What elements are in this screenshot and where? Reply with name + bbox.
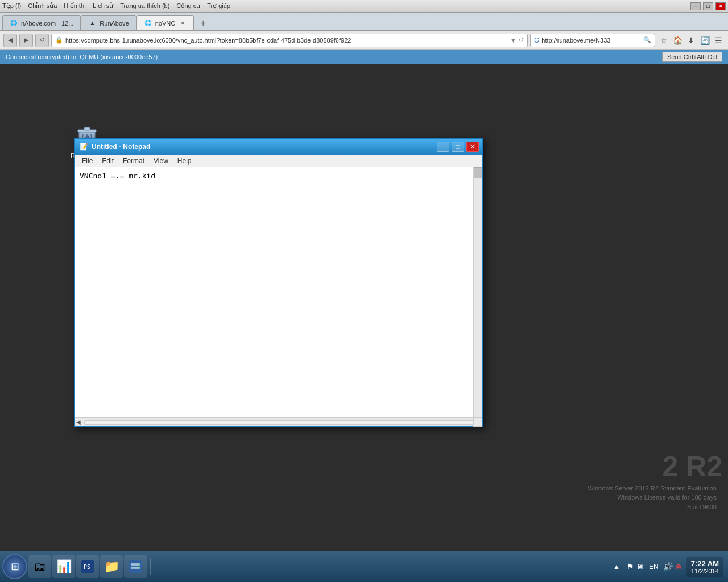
server-icon-svg bbox=[129, 560, 142, 573]
taskbar-icon-folder[interactable]: 📁 bbox=[100, 555, 123, 578]
tray-arrow-icon[interactable]: ▲ bbox=[611, 560, 622, 573]
refresh-icon[interactable]: ↺ bbox=[519, 36, 524, 44]
notepad-title-area: 📝 Untitled - Notepad bbox=[80, 143, 150, 151]
browser-frame: Tệp (f) Chỉnh sửa Hiển thị Lịch sử Trang… bbox=[0, 0, 728, 582]
notepad-menubar: File Edit Format View Help bbox=[75, 155, 482, 167]
desktop: ♻ Recycle Bin Windows Server 2012 R2 Sta… bbox=[0, 64, 728, 551]
back-button[interactable]: ◀ bbox=[3, 34, 17, 47]
tab-novnc-label: noVNC bbox=[155, 20, 175, 27]
notepad-icon: 📝 bbox=[80, 143, 88, 151]
tab-runabove[interactable]: ▲ RunAbove bbox=[81, 15, 136, 30]
tab-bar: 🌐 nAbove.com - 12... ▲ RunAbove 🌐 noVNC … bbox=[0, 13, 728, 31]
notepad-window: 📝 Untitled - Notepad ─ □ ✕ File Edit For… bbox=[74, 138, 483, 427]
close-button[interactable]: ✕ bbox=[715, 2, 726, 10]
scroll-left-icon[interactable]: ◀ bbox=[75, 419, 82, 425]
vnc-status-bar: Connected (encrypted) to: QEMU (instance… bbox=[0, 50, 728, 64]
menu-history[interactable]: Lịch sử bbox=[93, 2, 113, 10]
tab-nabove[interactable]: 🌐 nAbove.com - 12... bbox=[2, 15, 81, 30]
notepad-menu-view[interactable]: View bbox=[149, 156, 173, 166]
notepad-titlebar: 📝 Untitled - Notepad ─ □ ✕ bbox=[75, 139, 482, 155]
tab-novnc[interactable]: 🌐 noVNC ✕ bbox=[136, 15, 194, 30]
title-bar-menu: Tệp (f) Chỉnh sửa Hiển thị Lịch sử Trang… bbox=[2, 2, 230, 10]
notepad-minimize-btn[interactable]: ─ bbox=[437, 142, 449, 152]
menu-view[interactable]: Hiển thị bbox=[64, 2, 86, 10]
bookmark-icon[interactable]: ☆ bbox=[657, 34, 670, 47]
tab-novnc-close[interactable]: ✕ bbox=[179, 19, 187, 27]
home-icon[interactable]: 🏠 bbox=[671, 34, 684, 47]
tab-nabove-icon: 🌐 bbox=[10, 19, 18, 27]
notepad-textarea[interactable]: VNCno1 =.= mr.kid bbox=[77, 169, 480, 415]
send-ctrl-alt-del-button[interactable]: Send Ctrl+Alt+Del bbox=[662, 52, 722, 62]
notepad-menu-edit[interactable]: Edit bbox=[97, 156, 118, 166]
svg-text:PS: PS bbox=[84, 564, 90, 570]
svg-point-13 bbox=[138, 567, 139, 568]
address-dropdown-icon[interactable]: ▼ bbox=[510, 37, 516, 44]
flag-tray-icon[interactable]: ⚑ bbox=[627, 562, 634, 571]
server-watermark: Windows Server 2012 R2 Standard Evaluati… bbox=[588, 484, 717, 512]
settings-icon[interactable]: ☰ bbox=[712, 34, 725, 47]
error-tray-icon[interactable]: ⊗ bbox=[675, 562, 682, 571]
minimize-button[interactable]: ─ bbox=[690, 2, 701, 10]
forward-button[interactable]: ▶ bbox=[19, 34, 33, 47]
tab-runabove-label: RunAbove bbox=[100, 20, 129, 27]
refresh-button[interactable]: ↺ bbox=[35, 34, 49, 47]
title-bar: Tệp (f) Chỉnh sửa Hiển thị Lịch sử Trang… bbox=[0, 0, 728, 13]
address-bar: ◀ ▶ ↺ 🔒 ▼ ↺ G 🔍 ☆ 🏠 ⬇ 🔄 ☰ bbox=[0, 31, 728, 50]
taskbar-icon-server[interactable] bbox=[124, 555, 147, 578]
menu-tools[interactable]: Công cụ bbox=[176, 2, 200, 10]
notepad-menu-file[interactable]: File bbox=[77, 156, 97, 166]
svg-point-12 bbox=[138, 564, 139, 565]
clock-area[interactable]: 7:22 AM 11/2/2014 bbox=[686, 557, 723, 577]
notepad-scrollbar-v[interactable] bbox=[473, 167, 482, 417]
server-watermark-line2: Windows License valid for 180 days bbox=[588, 493, 717, 502]
network-tray-icon[interactable]: 🖥 bbox=[636, 562, 644, 571]
notepad-controls: ─ □ ✕ bbox=[437, 142, 479, 152]
r2-watermark: 2 R2 bbox=[662, 450, 722, 483]
taskbar-icon-powershell[interactable]: PS bbox=[76, 555, 99, 578]
language-button[interactable]: EN bbox=[647, 562, 661, 572]
clock-date: 11/2/2014 bbox=[691, 568, 719, 575]
new-tab-button[interactable]: + bbox=[196, 16, 210, 30]
start-button[interactable]: ⊞ bbox=[2, 554, 27, 579]
notepad-scrollbar-h[interactable]: ◀ ▶ bbox=[75, 417, 482, 426]
svg-rect-5 bbox=[84, 127, 90, 130]
notepad-menu-help[interactable]: Help bbox=[173, 156, 196, 166]
notepad-title-label: Untitled - Notepad bbox=[92, 143, 150, 151]
google-icon: G bbox=[534, 36, 539, 44]
taskbar: ⊞ 🗂 📊 PS 📁 ▲ ⚑ 🖥 EN bbox=[0, 551, 728, 582]
menu-favorites[interactable]: Trang ua thích (b) bbox=[120, 2, 169, 10]
search-input[interactable] bbox=[541, 37, 643, 44]
lock-icon: 🔒 bbox=[55, 36, 63, 44]
title-bar-controls: ─ □ ✕ bbox=[690, 2, 726, 10]
menu-file[interactable]: Tệp (f) bbox=[2, 2, 21, 10]
tab-runabove-icon: ▲ bbox=[88, 19, 96, 27]
address-input[interactable] bbox=[65, 37, 510, 44]
search-wrap: G 🔍 bbox=[530, 34, 655, 47]
clock-time: 7:22 AM bbox=[691, 559, 719, 568]
taskbar-right: ▲ ⚑ 🖥 EN 🔊 ⊗ 7:22 AM 11/2/2014 bbox=[606, 551, 728, 582]
download-icon[interactable]: ⬇ bbox=[685, 34, 697, 47]
notepad-menu-format[interactable]: Format bbox=[118, 156, 149, 166]
toolbar-icons: ☆ 🏠 ⬇ 🔄 ☰ bbox=[657, 34, 725, 47]
volume-tray-icon[interactable]: 🔊 bbox=[663, 562, 673, 571]
maximize-button[interactable]: □ bbox=[703, 2, 713, 10]
hscroll-track[interactable] bbox=[84, 420, 473, 425]
tab-nabove-label: nAbove.com - 12... bbox=[21, 20, 73, 27]
taskbar-icon-manager[interactable]: 📊 bbox=[52, 555, 75, 578]
sync-icon[interactable]: 🔄 bbox=[698, 34, 711, 47]
server-watermark-line1: Windows Server 2012 R2 Standard Evaluati… bbox=[588, 484, 717, 493]
notepad-maximize-btn[interactable]: □ bbox=[452, 142, 464, 152]
system-tray: ⚑ 🖥 EN 🔊 ⊗ bbox=[623, 562, 685, 572]
address-bar-wrap: 🔒 ▼ ↺ bbox=[51, 34, 528, 47]
taskbar-separator bbox=[150, 558, 151, 575]
tab-novnc-icon: 🌐 bbox=[144, 19, 152, 27]
notepad-close-btn[interactable]: ✕ bbox=[466, 142, 479, 152]
menu-edit[interactable]: Chỉnh sửa bbox=[28, 2, 57, 10]
notepad-content-area: VNCno1 =.= mr.kid bbox=[75, 167, 482, 417]
search-icon[interactable]: 🔍 bbox=[643, 36, 651, 44]
scrollbar-thumb-v[interactable] bbox=[474, 167, 482, 178]
taskbar-icon-explorer[interactable]: 🗂 bbox=[28, 555, 51, 578]
connection-status: Connected (encrypted) to: QEMU (instance… bbox=[6, 53, 158, 60]
menu-help[interactable]: Trợ giúp bbox=[207, 2, 230, 10]
powershell-svg: PS bbox=[81, 560, 94, 573]
